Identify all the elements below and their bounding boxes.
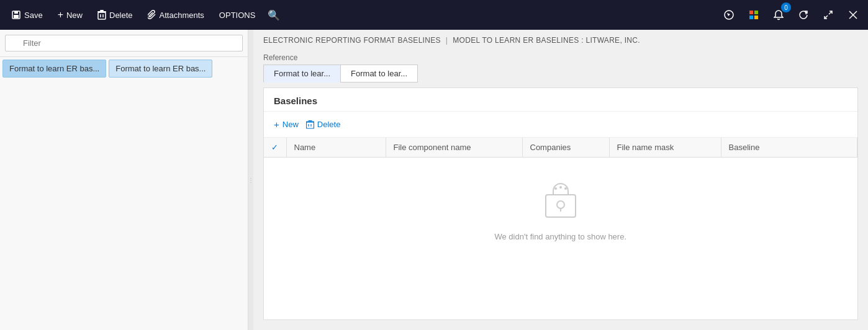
col-file-component[interactable]: File component name [386,138,522,158]
breadcrumb-part1: ELECTRONIC REPORTING FORMAT BASELINES [263,36,441,45]
svg-rect-17 [306,122,314,128]
reference-label: Reference [263,53,858,62]
svg-point-26 [559,186,562,189]
delete-button[interactable]: Delete [91,6,139,24]
svg-rect-11 [749,16,753,19]
table-header-row: ✓ Name File component name Companies Fil… [264,138,857,158]
expand-icon [823,10,833,20]
filter-box: 🔍 [0,30,248,57]
attachments-label: Attachments [160,11,204,20]
empty-state-icon [541,182,581,222]
sidebar: 🔍 Format to learn ER bas... Format to le… [0,30,248,330]
save-button[interactable]: Save [5,6,49,24]
baselines-delete-label: Delete [317,120,341,129]
svg-rect-20 [306,121,314,122]
filter-wrapper: 🔍 [5,35,243,51]
empty-state-message: We didn't find anything to show here. [494,232,626,241]
resize-handle[interactable]: ⋮ [248,30,253,330]
baselines-plus-icon: + [274,119,279,130]
close-button[interactable] [843,5,863,25]
options-label: OPTIONS [219,11,256,20]
expand-button[interactable] [818,5,838,25]
col-check: ✓ [264,138,286,158]
svg-rect-6 [97,11,106,12]
filter-input[interactable] [5,35,243,51]
content-area: ELECTRONIC REPORTING FORMAT BASELINES | … [253,30,868,330]
svg-rect-21 [308,120,312,122]
svg-point-25 [554,187,557,190]
sidebar-item-1[interactable]: Format to learn ER bas... [109,60,212,78]
paperclip-icon [148,10,156,20]
office-icon [748,9,759,20]
refresh-icon [798,10,808,20]
options-button[interactable]: OPTIONS [213,7,262,24]
svg-point-27 [564,187,567,190]
col-file-name-mask[interactable]: File name mask [609,138,721,158]
save-icon [11,10,21,20]
toolbar-right: 0 [719,5,863,25]
baselines-panel: Baselines + New Delete [263,87,858,320]
compass-icon [723,9,735,20]
delete-icon [97,10,106,20]
notification-wrapper: 0 [769,5,789,25]
table-container: ✓ Name File component name Companies Fil… [264,138,857,319]
svg-rect-2 [14,15,19,18]
new-label: New [66,11,83,20]
svg-rect-3 [98,12,106,19]
attachments-button[interactable]: Attachments [142,6,210,24]
main-area: 🔍 Format to learn ER bas... Format to le… [0,30,868,330]
baselines-delete-button[interactable]: Delete [306,117,341,132]
breadcrumb: ELECTRONIC REPORTING FORMAT BASELINES | … [253,30,868,51]
plus-icon: + [58,9,63,20]
checkmark-icon: ✓ [271,143,278,152]
baselines-delete-icon [306,120,314,129]
empty-state-row: We didn't find anything to show here. [264,158,857,267]
baselines-table: ✓ Name File component name Companies Fil… [264,138,857,266]
col-baseline[interactable]: Baseline [721,138,857,158]
reference-tabs: Format to lear... Format to lear... [263,65,858,82]
sidebar-item-0[interactable]: Format to learn ER bas... [2,60,106,78]
svg-rect-10 [754,11,758,14]
breadcrumb-separator: | [446,36,448,45]
compass-button[interactable] [719,5,739,25]
empty-state: We didn't find anything to show here. [264,158,857,266]
baselines-new-label: New [283,120,299,129]
notification-badge-count: 0 [781,2,791,12]
svg-rect-1 [14,11,18,14]
reference-section: Reference Format to lear... Format to le… [253,51,868,87]
col-name[interactable]: Name [286,138,386,158]
new-button[interactable]: + New [52,6,89,24]
save-label: Save [24,11,43,20]
baselines-new-button[interactable]: + New [274,117,299,132]
svg-rect-12 [754,16,758,19]
close-icon [849,11,857,19]
main-toolbar: Save + New Delete Attachments OPTIONS 🔍 [0,0,868,30]
breadcrumb-part2: MODEL TO LEARN ER BASELINES : LITWARE, I… [453,36,640,45]
sidebar-items-list: Format to learn ER bas... Format to lear… [0,57,248,80]
reference-tab-0[interactable]: Format to lear... [263,65,340,82]
col-companies[interactable]: Companies [522,138,609,158]
svg-rect-9 [749,11,753,14]
svg-rect-22 [546,195,576,217]
office-button[interactable] [744,5,764,25]
svg-rect-7 [100,10,104,11]
search-toolbar-button[interactable]: 🔍 [264,5,284,25]
search-toolbar-icon: 🔍 [268,9,280,21]
baselines-toolbar: + New Delete [264,112,857,138]
reference-tab-1[interactable]: Format to lear... [340,65,418,82]
delete-label: Delete [109,11,133,20]
refresh-button[interactable] [793,5,813,25]
svg-point-23 [557,201,564,208]
baselines-title: Baselines [264,88,857,112]
